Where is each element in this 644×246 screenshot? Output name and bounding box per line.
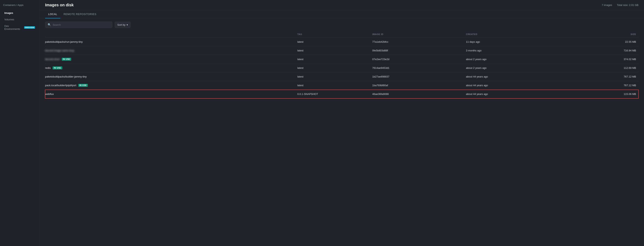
cell-name: blurred-image-name-long: [45, 46, 295, 55]
cell-tag: latest: [295, 46, 370, 55]
cell-image-id: 46ae36fa9088: [370, 90, 464, 98]
cell-created: about 44 years ago: [464, 90, 576, 98]
table-row[interactable]: paketobuildpacks/builder-jammy-tinylates…: [45, 72, 638, 81]
header-meta: 7 images Total size: 2.01 GB: [602, 4, 638, 6]
cell-image-id: 1b27ae898837: [370, 72, 464, 81]
cell-name: paketobuildpacks/run-jammy-tiny: [45, 38, 295, 46]
images-table-container: TAG IMAGE ID CREATED SIZE paketobuildpac…: [40, 31, 644, 246]
cell-name: webflux: [45, 90, 295, 98]
sidebar-item-volumes[interactable]: Volumes: [1, 16, 38, 22]
cell-image-id: 07e2ee723e2d: [370, 55, 464, 64]
table-row[interactable]: paketobuildpacks/run-jammy-tinylatest77a…: [45, 38, 638, 46]
sort-by-label: Sort by: [117, 23, 126, 26]
total-size: Total size: 2.01 GB: [617, 4, 638, 6]
col-header-created: CREATED: [464, 31, 576, 38]
tab-local[interactable]: LOCAL: [45, 10, 60, 18]
images-table: TAG IMAGE ID CREATED SIZE paketobuildpac…: [45, 31, 638, 98]
sidebar-label-dev: Dev Environments: [4, 24, 23, 30]
cell-created: about 44 years ago: [464, 81, 576, 90]
sidebar-item-images[interactable]: Images: [1, 10, 38, 16]
cell-image-id: 7614ae9453d1: [370, 64, 464, 72]
table-body: paketobuildpacks/run-jammy-tinylatest77a…: [45, 38, 638, 98]
cell-tag: latest: [295, 55, 370, 64]
cell-created: about 2 years ago: [464, 55, 576, 64]
cell-size: 767.12 MB: [576, 72, 638, 81]
cell-created: about 44 years ago: [464, 72, 576, 81]
cell-tag: 0.0.1-SNAPSHOT: [295, 90, 370, 98]
cell-tag: latest: [295, 64, 370, 72]
cell-tag: latest: [295, 72, 370, 81]
in-use-badge: IN USE: [78, 84, 88, 87]
table-row[interactable]: blurred-image-name-longlatest0fe5b803d88…: [45, 46, 638, 55]
in-use-badge: IN USE: [62, 58, 71, 61]
page-header: Images on disk 7 images Total size: 2.01…: [40, 0, 644, 10]
cell-name: pack.local/builder/tptpbfysrtIN USE: [45, 81, 295, 90]
page-title: Images on disk: [45, 3, 74, 7]
col-header-name: [45, 31, 295, 38]
col-header-tag: TAG: [295, 31, 370, 38]
cell-size: 22.55 MB: [576, 38, 638, 46]
table-row[interactable]: pack.local/builder/tptpbfysrtIN USElates…: [45, 81, 638, 90]
cell-tag: latest: [295, 81, 370, 90]
table-row[interactable]: webflux0.0.1-SNAPSHOT46ae36fa9088about 4…: [45, 90, 638, 98]
sidebar: Containers / Apps Images Volumes Dev Env…: [0, 0, 40, 246]
cell-tag: latest: [295, 38, 370, 46]
in-use-badge: IN USE: [52, 66, 62, 70]
search-icon: 🔍: [48, 23, 51, 26]
col-header-image-id: IMAGE ID: [370, 31, 464, 38]
sort-by-button[interactable]: Sort by ▾: [115, 22, 130, 28]
cell-image-id: 77a1eb42bfcc: [370, 38, 464, 46]
col-header-size: SIZE: [576, 31, 638, 38]
table-row[interactable]: blurred-shortIN USElatest07e2ee723e2dabo…: [45, 55, 638, 64]
tab-remote-repositories[interactable]: REMOTE REPOSITORIES: [60, 10, 100, 18]
cell-created: about 2 years ago: [464, 64, 576, 72]
main-content: Images on disk 7 images Total size: 2.01…: [40, 0, 644, 246]
images-count: 7 images: [602, 4, 612, 6]
cell-size: 115.06 MB: [576, 90, 638, 98]
cell-name: paketobuildpacks/builder-jammy-tiny: [45, 72, 295, 81]
cell-size: 374.02 MB: [576, 55, 638, 64]
table-header: TAG IMAGE ID CREATED SIZE: [45, 31, 638, 38]
toolbar: 🔍 Sort by ▾: [40, 18, 644, 31]
preview-badge: PREVIEW: [24, 26, 35, 29]
sidebar-brand: Containers / Apps: [0, 2, 39, 10]
cell-image-id: 1ba769bf80af: [370, 81, 464, 90]
search-wrapper: 🔍: [45, 22, 112, 28]
table-row[interactable]: redisIN USElatest7614ae9453d1about 2 yea…: [45, 64, 638, 72]
cell-name: blurred-shortIN USE: [45, 55, 295, 64]
cell-size: 767.12 MB: [576, 81, 638, 90]
sidebar-label-images: Images: [4, 12, 13, 14]
cell-created: 11 days ago: [464, 38, 576, 46]
cell-size: 112.69 MB: [576, 64, 638, 72]
cell-size: 716.94 MB: [576, 46, 638, 55]
sidebar-item-dev-environments[interactable]: Dev Environments PREVIEW: [1, 23, 38, 32]
sidebar-label-volumes: Volumes: [4, 18, 14, 21]
cell-name: redisIN USE: [45, 64, 295, 72]
search-input[interactable]: [52, 23, 110, 26]
cell-image-id: 0fe5b803d88f: [370, 46, 464, 55]
chevron-down-icon: ▾: [126, 23, 128, 26]
tabs-container: LOCAL REMOTE REPOSITORIES: [40, 10, 644, 18]
cell-created: 3 months ago: [464, 46, 576, 55]
